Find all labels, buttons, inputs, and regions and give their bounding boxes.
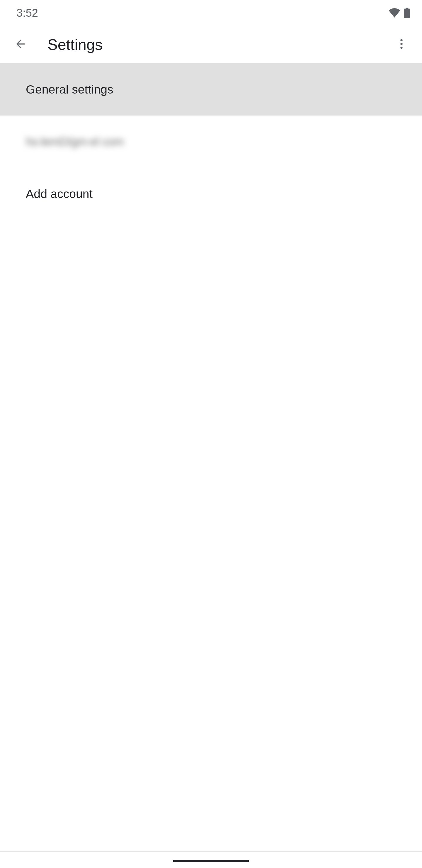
- svg-point-4: [400, 46, 402, 49]
- status-bar: 3:52: [0, 0, 422, 26]
- svg-rect-1: [406, 8, 409, 9]
- page-title: Settings: [47, 36, 387, 53]
- divider: [0, 851, 422, 851]
- svg-rect-0: [404, 9, 410, 18]
- app-bar: Settings: [0, 30, 422, 59]
- svg-point-3: [400, 43, 402, 45]
- wifi-icon: [389, 8, 400, 18]
- status-icons: [389, 8, 410, 18]
- list-item-general-settings[interactable]: General settings: [0, 63, 422, 116]
- svg-point-2: [400, 39, 402, 41]
- list-item-label: Add account: [26, 187, 93, 201]
- overflow-menu-button[interactable]: [387, 30, 416, 59]
- status-time: 3:52: [17, 7, 38, 19]
- list-item-label: hs·lemD/gm·el com: [26, 135, 124, 149]
- list-item-account[interactable]: hs·lemD/gm·el com: [0, 116, 422, 168]
- settings-list: General settings hs·lemD/gm·el com Add a…: [0, 63, 422, 220]
- battery-icon: [404, 8, 410, 18]
- more-vert-icon: [395, 37, 408, 52]
- navigation-bar-handle[interactable]: [173, 860, 249, 862]
- list-item-label: General settings: [26, 83, 113, 96]
- back-button[interactable]: [6, 30, 35, 59]
- list-item-add-account[interactable]: Add account: [0, 168, 422, 220]
- arrow-back-icon: [14, 37, 27, 52]
